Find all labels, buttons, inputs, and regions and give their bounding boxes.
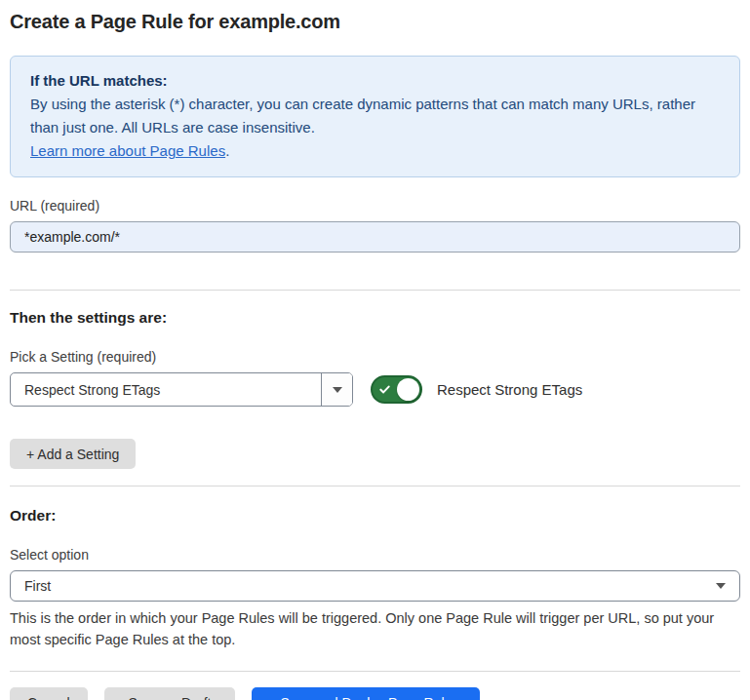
url-match-info-box: If the URL matches: By using the asteris…	[10, 56, 740, 177]
info-box-link-line: Learn more about Page Rules.	[30, 139, 720, 163]
order-help-text: This is the order in which your Page Rul…	[10, 607, 740, 650]
learn-more-link[interactable]: Learn more about Page Rules	[30, 142, 225, 159]
toggle-label: Respect Strong ETags	[437, 381, 582, 398]
page-title: Create a Page Rule for example.com	[10, 11, 740, 33]
order-select-label: Select option	[10, 547, 740, 563]
chevron-down-icon	[716, 583, 726, 589]
setting-select-value: Respect Strong ETags	[11, 373, 321, 406]
setting-select[interactable]: Respect Strong ETags	[10, 372, 353, 407]
pick-setting-label: Pick a Setting (required)	[10, 349, 740, 365]
url-field-label: URL (required)	[10, 198, 740, 214]
footer-divider	[10, 671, 740, 672]
create-page-rule-form: Create a Page Rule for example.com If th…	[0, 0, 750, 700]
order-section-heading: Order:	[10, 507, 740, 525]
info-box-heading: If the URL matches:	[30, 69, 720, 93]
cancel-button[interactable]: Cancel	[10, 687, 88, 700]
link-suffix: .	[225, 142, 229, 159]
setting-select-arrow-button[interactable]	[321, 373, 352, 406]
footer-buttons: Cancel Save as Draft Save and Deploy Pag…	[10, 687, 740, 700]
save-draft-button[interactable]: Save as Draft	[104, 687, 236, 700]
setting-row: Respect Strong ETags Respect Strong ETag…	[10, 372, 740, 407]
order-select-value: First	[24, 578, 51, 594]
info-box-body: By using the asterisk (*) character, you…	[30, 93, 720, 139]
save-deploy-button[interactable]: Save and Deploy Page Rule	[252, 687, 480, 700]
order-select[interactable]: First	[10, 570, 740, 602]
settings-section-heading: Then the settings are:	[10, 309, 740, 327]
setting-toggle[interactable]	[371, 375, 422, 404]
add-setting-button[interactable]: + Add a Setting	[10, 439, 136, 469]
check-icon	[379, 384, 390, 395]
section-divider	[10, 486, 740, 486]
section-divider	[10, 290, 740, 291]
chevron-down-icon	[333, 387, 342, 393]
toggle-knob	[397, 378, 419, 401]
url-input[interactable]	[10, 221, 740, 253]
